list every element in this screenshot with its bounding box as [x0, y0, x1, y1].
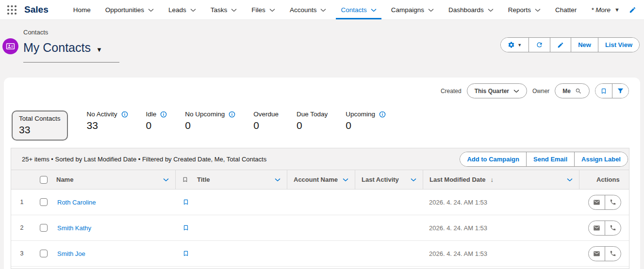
bookmark-icon: [600, 88, 607, 95]
chevron-down-icon: [371, 7, 377, 13]
send-email-button[interactable]: Send Email: [526, 152, 574, 166]
envelope-icon: [593, 250, 600, 257]
chevron-down-icon[interactable]: [163, 177, 169, 183]
contact-name-link[interactable]: Smith Kathy: [57, 224, 91, 232]
assign-label-button[interactable]: Assign Label: [574, 152, 627, 166]
chevron-down-icon[interactable]: [275, 177, 281, 183]
filter-row: Created This Quarter Owner Me: [441, 83, 629, 98]
row-checkbox[interactable]: [40, 250, 48, 257]
row-number: 3: [11, 250, 33, 257]
nav-item-home[interactable]: Home: [66, 0, 98, 19]
new-button[interactable]: New: [571, 38, 598, 52]
chevron-down-icon[interactable]: [411, 177, 416, 183]
add-to-campaign-button[interactable]: Add to Campaign: [460, 152, 526, 166]
chevron-down-icon: [535, 7, 541, 13]
label-bookmark-icon[interactable]: [182, 224, 189, 231]
list-view-title[interactable]: My Contacts ▼: [23, 41, 102, 55]
row-checkbox[interactable]: [40, 198, 48, 206]
stat-no-upcoming[interactable]: No Upcoming 0: [185, 111, 235, 131]
call-action-button[interactable]: [605, 195, 621, 209]
created-filter-label: Created: [441, 88, 462, 95]
chevron-down-icon: [269, 7, 275, 13]
app-launcher-icon[interactable]: [6, 0, 17, 19]
table-row: 1 Roth Caroline 2026. 4. 24. AM 1:53: [11, 190, 629, 215]
owner-filter-label: Owner: [532, 88, 549, 95]
pin-filter-group: [595, 83, 629, 98]
nav-item-dashboards[interactable]: Dashboards: [441, 0, 501, 19]
sort-desc-arrow-icon: ↓: [491, 176, 494, 183]
email-action-button[interactable]: [589, 195, 605, 209]
chevron-down-icon: [148, 7, 154, 13]
info-icon[interactable]: [160, 111, 167, 118]
info-icon[interactable]: [229, 111, 235, 118]
list-toolbar: 25+ items • Sorted by Last Modified Date…: [11, 148, 629, 170]
contacts-list-table: 25+ items • Sorted by Last Modified Date…: [11, 148, 629, 269]
last-modified-date: 2026. 4. 24. AM 1:53: [423, 250, 579, 257]
call-action-button[interactable]: [605, 247, 621, 261]
activity-metrics-row: Total Contacts 33 No Activity 33 Idle 0 …: [12, 111, 386, 141]
nav-item-opportunities[interactable]: Opportunities: [98, 0, 161, 19]
column-header-last-modified-date[interactable]: Last Modified Date ↓: [423, 170, 579, 189]
list-actions-group: Add to Campaign Send Email Assign Label: [460, 152, 628, 167]
row-checkbox[interactable]: [40, 224, 48, 232]
column-header-account-name[interactable]: Account Name: [287, 170, 355, 189]
refresh-icon: [536, 41, 543, 48]
stat-idle[interactable]: Idle 0: [146, 111, 167, 131]
info-icon[interactable]: [379, 111, 386, 118]
chevron-down-icon[interactable]: [567, 177, 573, 183]
nav-item-contacts[interactable]: Contacts: [333, 0, 383, 19]
pin-list-button[interactable]: [595, 84, 612, 98]
last-modified-date: 2026. 4. 24. AM 1:53: [423, 224, 579, 232]
email-action-button[interactable]: [589, 247, 605, 261]
search-icon: [575, 88, 582, 95]
contact-object-icon: [2, 38, 18, 54]
created-filter-dropdown[interactable]: This Quarter: [467, 83, 527, 98]
column-header-title[interactable]: Title: [175, 170, 287, 189]
nav-item-leads[interactable]: Leads: [161, 0, 203, 19]
stat-total-contacts[interactable]: Total Contacts 33: [12, 111, 68, 141]
app-name: Sales: [24, 4, 49, 15]
refresh-button[interactable]: [528, 38, 550, 52]
envelope-icon: [593, 224, 600, 232]
nav-item-accounts[interactable]: Accounts: [282, 0, 334, 19]
nav-item-campaigns[interactable]: Campaigns: [384, 0, 441, 19]
stat-due-today[interactable]: Due Today 0: [297, 111, 328, 131]
row-actions-group: [588, 195, 621, 210]
stat-no-activity[interactable]: No Activity 33: [87, 111, 128, 131]
list-summary: 25+ items • Sorted by Last Modified Date…: [22, 156, 266, 163]
owner-filter-button[interactable]: Me: [555, 83, 590, 98]
column-header-name[interactable]: Name: [11, 170, 175, 189]
pencil-icon: [557, 42, 564, 48]
nav-item-reports[interactable]: Reports: [501, 0, 548, 19]
table-header: Name Title Account Name Last Activity La…: [11, 170, 629, 190]
call-action-button[interactable]: [605, 221, 621, 235]
chevron-down-icon[interactable]: [343, 177, 348, 183]
nav-item-more[interactable]: * More ▼: [584, 0, 627, 19]
edit-nav-pencil-icon[interactable]: [627, 4, 638, 16]
row-actions-group: [588, 221, 621, 236]
row-actions-group: [588, 246, 621, 261]
email-action-button[interactable]: [589, 221, 605, 235]
nav-item-tasks[interactable]: Tasks: [203, 0, 245, 19]
list-view-button[interactable]: List View: [598, 38, 639, 52]
caret-down-icon: ▼: [614, 7, 620, 13]
info-icon[interactable]: [121, 111, 128, 118]
chevron-down-icon: [513, 88, 519, 94]
contact-name-link[interactable]: Smith Joe: [57, 250, 85, 257]
select-all-checkbox[interactable]: [40, 176, 48, 184]
contact-name-link[interactable]: Roth Caroline: [57, 199, 96, 206]
nav-item-files[interactable]: Files: [244, 0, 282, 19]
stat-upcoming[interactable]: Upcoming 0: [346, 111, 386, 131]
stat-overdue[interactable]: Overdue 0: [253, 111, 279, 131]
filter-funnel-button[interactable]: [612, 84, 628, 98]
object-breadcrumb: Contacts: [23, 29, 48, 36]
header-button-group: ▼ New List View: [500, 37, 640, 52]
label-bookmark-icon[interactable]: [182, 199, 189, 206]
nav-tabs: Home Opportunities Leads Tasks Files Acc…: [66, 0, 627, 19]
label-bookmark-icon[interactable]: [182, 250, 189, 257]
edit-list-button[interactable]: [550, 38, 571, 52]
chevron-down-icon: [190, 7, 196, 13]
column-header-last-activity[interactable]: Last Activity: [355, 170, 423, 189]
nav-item-chatter[interactable]: Chatter: [548, 0, 584, 19]
list-view-controls-gear-button[interactable]: ▼: [501, 38, 528, 52]
